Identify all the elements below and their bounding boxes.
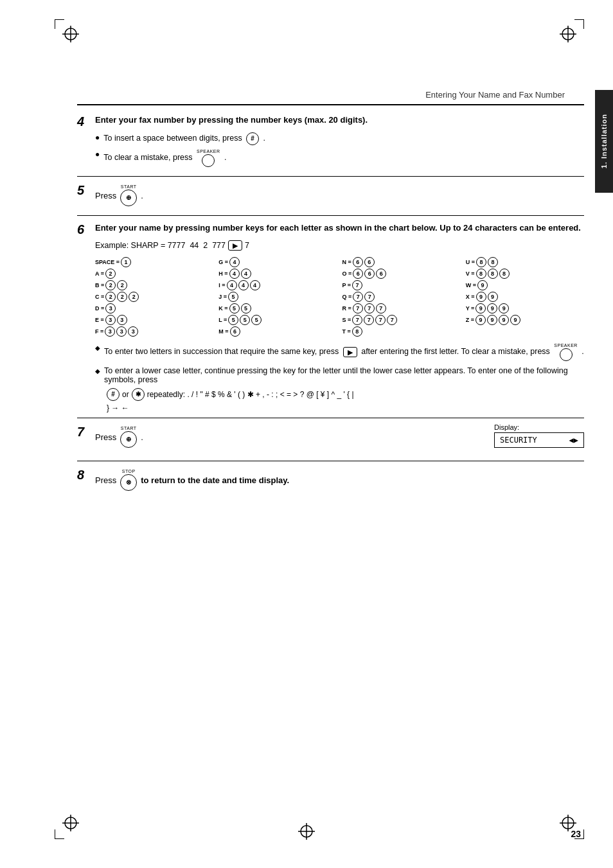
step-4-title: Enter your fax number by pressing the nu… xyxy=(95,114,368,126)
chart-a: A = 2 xyxy=(95,269,213,279)
step-5-press-row: Press START ⊕ . xyxy=(95,184,143,206)
step-4-header: 4 Enter your fax number by pressing the … xyxy=(77,114,584,128)
stop-key: ⊗ xyxy=(120,474,137,491)
step-8-header: 8 Press STOP ⊗ to return to the date and… xyxy=(77,468,584,491)
speaker-key-wrap: SPEAKER xyxy=(197,149,220,167)
symbols-or: or xyxy=(122,390,129,399)
chart-e: E = 33 xyxy=(95,315,213,325)
start-key-5: ⊕ xyxy=(120,190,137,206)
chart-m: M = 6 xyxy=(218,326,337,337)
speaker-label-above-2: SPEAKER xyxy=(554,343,578,348)
step-6-body: Example: SHARP = 7777 44 2 777 ▶ 7 SPACE… xyxy=(77,240,584,412)
step-7-block: 7 Press START ⊕ . Display: SECURITY ◀▶ xyxy=(77,418,584,457)
arrow-btn-diamond1: ▶ xyxy=(343,347,357,357)
step-5-number: 5 xyxy=(77,183,90,197)
chart-c: C = 222 xyxy=(95,292,213,302)
step-4-block: 4 Enter your fax number by pressing the … xyxy=(77,108,584,176)
bullet-dot-2: ● xyxy=(95,150,100,159)
step-8-press-row: Press STOP ⊗ to return to the date and t… xyxy=(95,469,289,491)
step-7-right: Display: SECURITY ◀▶ xyxy=(494,423,584,448)
step-4-number: 4 xyxy=(77,114,90,128)
step-5-period: . xyxy=(141,191,143,200)
chart-p: P = 7 xyxy=(342,280,461,290)
display-text: SECURITY xyxy=(500,436,537,445)
chart-v: V = 888 xyxy=(466,269,584,279)
chart-i: I = 444 xyxy=(218,280,337,290)
chart-n: N = 66 xyxy=(342,257,461,267)
chart-empty xyxy=(466,326,584,337)
chart-t: T = 8 xyxy=(342,326,461,337)
diamond-icon-1: ◆ xyxy=(95,344,100,351)
step-4-body: ● To insert a space between digits, pres… xyxy=(77,132,584,167)
section-tab: 1. Installation xyxy=(595,90,613,193)
step-4-bullet-1: ● To insert a space between digits, pres… xyxy=(95,132,584,145)
diamond-2-text: To enter a lower case letter, continue p… xyxy=(104,366,584,384)
step-4-bullet-1-text: To insert a space between digits, press … xyxy=(103,132,265,145)
display-label: Display: xyxy=(494,423,584,431)
start-key-5-wrap: START ⊕ xyxy=(120,184,137,206)
step-8-number: 8 xyxy=(77,468,90,482)
step-6-number: 6 xyxy=(77,222,90,236)
arrow-btn-example: ▶ xyxy=(228,240,242,251)
corner-tl xyxy=(55,19,64,29)
chart-y: Y = 999 xyxy=(466,303,584,314)
diamond-1-text: To enter two letters in succession that … xyxy=(104,343,584,361)
header-title: Entering Your Name and Fax Number xyxy=(425,90,565,100)
chart-f: F = 333 xyxy=(95,326,213,337)
step-8-block: 8 Press STOP ⊗ to return to the date and… xyxy=(77,461,584,500)
step-4-bullet-2-text: To clear a mistake, press SPEAKER . xyxy=(103,149,226,167)
chart-l: L = 555 xyxy=(218,315,337,325)
step-6-header: 6 Enter your name by pressing number key… xyxy=(77,222,584,236)
tab-label: 1. Installation xyxy=(600,114,608,168)
char-chart: SPACE = 1 G = 4 N = 66 U = 88 A = xyxy=(95,257,584,337)
step-4-bullet-2: ● To clear a mistake, press SPEAKER . xyxy=(95,149,584,167)
main-content: 4 Enter your fax number by pressing the … xyxy=(77,108,584,817)
corner-bl xyxy=(55,829,64,839)
step-5-block: 5 Press START ⊕ . xyxy=(77,176,584,215)
start-key-7: ⊕ xyxy=(120,431,137,448)
chart-space: SPACE = 1 xyxy=(95,257,213,267)
step-7-press-row: Press START ⊕ . xyxy=(95,426,143,448)
star-key-symbols: ✱ xyxy=(132,388,145,401)
stop-label: STOP xyxy=(122,469,136,474)
step-7-press-text: Press xyxy=(95,432,116,442)
step-8-press-text: Press xyxy=(95,475,116,485)
chart-b: B = 22 xyxy=(95,280,213,290)
step-7-period: . xyxy=(141,432,143,442)
speaker-label-above: SPEAKER xyxy=(197,149,220,154)
step-6-diamond-2: ◆ To enter a lower case letter, continue… xyxy=(95,366,584,384)
bullet-dot-1: ● xyxy=(95,133,100,142)
speaker-key-2 xyxy=(560,348,573,361)
hash-key: # xyxy=(246,132,259,145)
speaker-key-wrap-2: SPEAKER xyxy=(554,343,578,361)
step-5-press-text: Press xyxy=(95,191,116,200)
reg-mark-bc xyxy=(297,822,316,841)
example-suffix: 7 xyxy=(245,241,249,250)
chart-s: S = 7777 xyxy=(342,315,461,325)
step-7-number: 7 xyxy=(77,425,90,439)
page-number: 23 xyxy=(571,829,581,839)
display-box: SECURITY ◀▶ xyxy=(494,432,584,448)
step-6-diamond-1: ◆ To enter two letters in succession tha… xyxy=(95,343,584,361)
example-line: Example: SHARP = 7777 44 2 777 ▶ 7 xyxy=(95,240,584,251)
step-7-left: 7 Press START ⊕ . xyxy=(77,425,481,452)
symbols-line: # or ✱ repeatedly: . / ! " # $ % & ' ( )… xyxy=(107,388,584,401)
step-6-title: Enter your name by pressing number keys … xyxy=(95,222,581,234)
symbols-text: repeatedly: . / ! " # $ % & ' ( ) ✱ + , … xyxy=(147,390,354,399)
chart-k: K = 55 xyxy=(218,303,337,314)
page-header: Entering Your Name and Fax Number xyxy=(77,90,587,100)
chart-u: U = 88 xyxy=(466,257,584,267)
chart-o: O = 666 xyxy=(342,269,461,279)
corner-tr xyxy=(574,19,584,29)
speaker-key xyxy=(202,154,215,167)
start-label-5: START xyxy=(121,184,137,189)
step-8-suffix: to return to the date and time display. xyxy=(141,475,289,485)
chart-x: X = 99 xyxy=(466,292,584,302)
chart-w: W = 9 xyxy=(466,280,584,290)
header-divider xyxy=(77,104,584,105)
step-5-header: 5 Press START ⊕ . xyxy=(77,183,584,206)
step-6-block: 6 Enter your name by pressing number key… xyxy=(77,215,584,418)
chart-j: J = 5 xyxy=(218,292,337,302)
start-label-7: START xyxy=(121,426,137,430)
hash-key-symbols: # xyxy=(107,388,120,401)
